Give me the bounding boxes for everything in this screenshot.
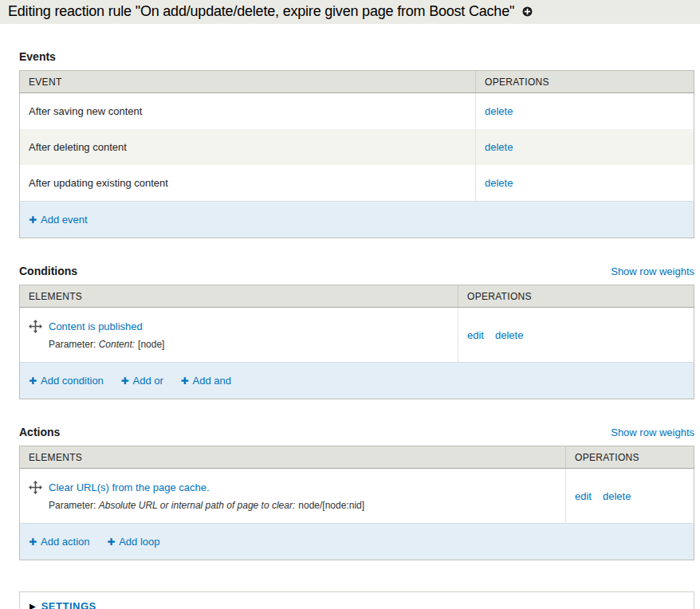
edit-link[interactable]: edit xyxy=(575,490,592,502)
conditions-section: Conditions Show row weights ELEMENTS OPE… xyxy=(19,265,694,399)
settings-fieldset-toggle[interactable]: SETTINGS xyxy=(19,591,694,609)
parameter-prefix: Parameter: xyxy=(49,500,96,511)
actions-heading: Actions xyxy=(19,426,60,438)
delete-link[interactable]: delete xyxy=(495,329,523,341)
page-title: Editing reaction rule "On add/update/del… xyxy=(8,3,514,20)
delete-link[interactable]: delete xyxy=(485,141,513,153)
add-row: Add condition Add or Add and xyxy=(20,363,694,399)
condition-element-link[interactable]: Content is published xyxy=(49,320,143,332)
actions-col-header-operations: OPERATIONS xyxy=(566,446,694,469)
event-label: After deleting content xyxy=(29,141,127,153)
actions-table: ELEMENTS OPERATIONS Clear URL(s) from xyxy=(19,446,694,560)
conditions-col-header-elements: ELEMENTS xyxy=(20,285,458,308)
plus-icon xyxy=(29,375,37,387)
parameter-prefix: Parameter: xyxy=(49,339,96,350)
add-event-link[interactable]: Add event xyxy=(29,214,88,226)
conditions-col-header-operations: OPERATIONS xyxy=(458,285,694,308)
condition-parameter: Parameter: Content:[node] xyxy=(49,339,449,350)
drag-handle-icon[interactable] xyxy=(29,481,42,494)
actions-col-header-elements: ELEMENTS xyxy=(20,446,566,469)
table-row: After deleting content delete xyxy=(20,129,694,165)
event-label: After saving new content xyxy=(29,105,142,117)
chevron-right-icon xyxy=(29,603,36,609)
table-row: Clear URL(s) from the page cache. Parame… xyxy=(20,469,694,524)
table-row: After saving new content delete xyxy=(20,93,694,130)
main-content: Events EVENT OPERATIONS After saving new… xyxy=(0,50,700,609)
delete-link[interactable]: delete xyxy=(485,177,513,189)
events-heading: Events xyxy=(19,50,56,63)
action-parameter: Parameter: Absolute URL or internal path… xyxy=(49,500,556,511)
add-loop-link[interactable]: Add loop xyxy=(107,536,159,548)
plus-icon xyxy=(29,536,37,548)
plus-icon xyxy=(107,536,115,548)
add-action-link[interactable]: Add action xyxy=(29,536,90,548)
add-and-link[interactable]: Add and xyxy=(180,375,231,387)
action-element-link[interactable]: Clear URL(s) from the page cache. xyxy=(49,481,210,493)
delete-link[interactable]: delete xyxy=(603,490,631,502)
parameter-value: [node] xyxy=(138,339,164,350)
page-title-bar: Editing reaction rule "On add/update/del… xyxy=(0,0,700,24)
events-col-header-operations: OPERATIONS xyxy=(476,71,694,93)
event-label: After updating existing content xyxy=(29,177,168,189)
add-row: Add event xyxy=(20,202,694,238)
delete-link[interactable]: delete xyxy=(485,105,513,117)
conditions-heading: Conditions xyxy=(19,265,77,277)
drag-handle-icon[interactable] xyxy=(29,320,42,333)
parameter-name: Absolute URL or internal path of page to… xyxy=(99,500,296,511)
plus-icon xyxy=(120,375,128,387)
add-or-link[interactable]: Add or xyxy=(120,375,163,387)
show-row-weights-link[interactable]: Show row weights xyxy=(611,265,694,277)
add-row: Add action Add loop xyxy=(20,524,694,560)
events-col-header-event: EVENT xyxy=(20,71,476,93)
show-row-weights-link[interactable]: Show row weights xyxy=(611,426,694,438)
table-row: After updating existing content delete xyxy=(20,165,694,202)
edit-link[interactable]: edit xyxy=(467,329,484,341)
plus-icon xyxy=(180,375,188,387)
actions-section: Actions Show row weights ELEMENTS OPERAT… xyxy=(19,426,694,560)
plus-icon xyxy=(29,214,37,226)
conditions-table: ELEMENTS OPERATIONS Content is publis xyxy=(19,285,694,399)
table-row: Content is published Parameter: Content:… xyxy=(20,308,694,363)
settings-label: SETTINGS xyxy=(41,600,96,609)
events-table: EVENT OPERATIONS After saving new conten… xyxy=(19,70,694,238)
circle-plus-icon[interactable] xyxy=(522,6,533,17)
parameter-name: Content: xyxy=(99,339,135,350)
events-section: Events EVENT OPERATIONS After saving new… xyxy=(19,50,694,238)
parameter-value: node/[node:nid] xyxy=(298,500,364,511)
add-condition-link[interactable]: Add condition xyxy=(29,375,104,387)
